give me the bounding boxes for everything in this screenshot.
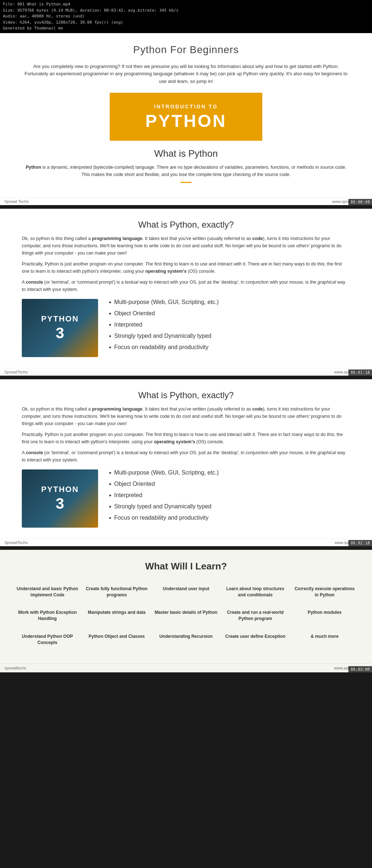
slide3-py-logo: PYTHON	[41, 485, 79, 494]
python-bold: Python	[26, 165, 41, 170]
slide3-image-bg: PYTHON 3	[22, 469, 98, 528]
what-is-python-title: What is Python	[22, 148, 350, 159]
slide3-python-image: PYTHON 3	[22, 469, 98, 528]
slide3-feature-item-4: Strongly typed and Dynamically typed	[109, 503, 219, 511]
slide2-footer-left: SpreadTechs	[4, 370, 28, 374]
learn-item-10: Python modules	[292, 607, 357, 625]
accent-line	[181, 182, 191, 183]
learn-item-15: & much more	[292, 631, 357, 649]
slide3-para1: Ok, so python is this thing called a pro…	[22, 405, 350, 427]
file-info-header: File: 001 What is Python.mp4 Size: 95797…	[0, 0, 372, 33]
banner-intro-text: INTRODUCTION TO	[117, 104, 255, 109]
slide3-para2: Practically, Python is just another prog…	[22, 431, 350, 445]
slide3-feature-list: Multi-purpose (Web, GUI, Scripting, etc.…	[109, 469, 219, 526]
feature-item-2: Object Oriented	[109, 310, 219, 318]
slide1-footer: Spread Techs www.spreadtechs.nl	[0, 197, 372, 205]
learn-title: What Will I Learn?	[15, 561, 357, 572]
slide3-feature-item-3: Interpreted	[109, 492, 219, 500]
learn-item-4: Learn about loop structures and conditio…	[222, 583, 288, 601]
learn-item-13: Understanding Recursion	[153, 631, 219, 649]
slide2-timestamp: 00:01:18	[348, 369, 372, 376]
learn-item-2: Create fully functional Python programs	[84, 583, 150, 601]
slide2-features-container: PYTHON 3 Multi-purpose (Web, GUI, Script…	[22, 299, 350, 357]
slide4-footer: spreadtechs www.spreadtech.nl	[0, 663, 372, 672]
learn-item-6: Work with Python Exception Handling	[15, 607, 80, 625]
learn-row-2: Work with Python Exception Handling Mani…	[15, 607, 357, 625]
slide-4: What Will I Learn? Understand and basic …	[0, 550, 372, 672]
slide3-timestamp: 00:02:18	[348, 540, 372, 546]
slide2-python-image: PYTHON 3	[22, 299, 98, 357]
slide-3: What is Python, exactly? Ok, so python i…	[0, 379, 372, 546]
slide2-footer: SpreadTechs www.spreadtecs.nl	[0, 368, 372, 376]
learn-row-3: Understand Python OOP Concepts Python Ob…	[15, 631, 357, 649]
slide2-title: What is Python, exactly?	[22, 220, 350, 230]
slide2-para3: A console (or 'terminal', or 'command pr…	[22, 279, 350, 293]
file-info-line5: Generated by Thumbnail me	[3, 25, 369, 32]
file-info-line1: File: 001 What is Python.mp4	[3, 1, 369, 8]
file-info-line3: Audio: aac, 48000 Hz, stereo (und)	[3, 13, 369, 20]
file-info-line4: Video: h264, yuv420p, 1280x720, 30.00 fp…	[3, 20, 369, 26]
slide2-py-logo: PYTHON	[41, 314, 79, 324]
slide3-footer: SpreadTechs www.spreadlecs.nl	[0, 539, 372, 546]
slide2-para2: Practically, Python is just another prog…	[22, 260, 350, 275]
slide1-intro: Are you completely new to programming? I…	[22, 63, 350, 85]
feature-item-1: Multi-purpose (Web, GUI, Scripting, etc.…	[109, 299, 219, 307]
learn-item-5: Correctly execute operations in Python	[292, 583, 357, 601]
learn-row-1: Understand and basic Python implement Co…	[15, 583, 357, 601]
slide2-py-num: 3	[56, 324, 64, 342]
slide3-para3: A console (or 'terminal', or 'command pr…	[22, 449, 350, 464]
slide3-py-num: 3	[56, 495, 64, 512]
python-banner: INTRODUCTION TO PYTHON	[110, 93, 262, 141]
slide-2: What is Python, exactly? Ok, so python i…	[0, 209, 372, 376]
feature-item-4: Strongly typed and Dynamically typed	[109, 333, 219, 340]
slide4-footer-left: spreadtechs	[4, 666, 26, 670]
learn-item-1: Understand and basic Python implement Co…	[15, 583, 80, 601]
feature-item-5: Focus on readability and productivity	[109, 344, 219, 352]
slide3-title: What is Python, exactly?	[22, 390, 350, 400]
learn-item-14: Create user define Exception	[222, 631, 288, 649]
slide-1: Python For Beginners Are you completely …	[0, 33, 372, 205]
learn-item-8: Master basic details of Python	[153, 607, 219, 625]
slide2-para1: Ok, so python is this thing called a pro…	[22, 235, 350, 257]
slide3-features-container: PYTHON 3 Multi-purpose (Web, GUI, Script…	[22, 469, 350, 528]
what-is-python-desc: Python is a dynamic, interpreted (byteco…	[22, 164, 350, 178]
file-info-line2: Size: 9579766 bytes (9.14 MiB), duration…	[3, 8, 369, 14]
feature-item-3: Interpreted	[109, 321, 219, 329]
slide1-title: Python For Beginners	[22, 44, 350, 56]
slide3-feature-item-5: Focus on readability and productivity	[109, 515, 219, 522]
learn-item-3: Understand user input	[153, 583, 219, 601]
learn-slide-content: What Will I Learn? Understand and basic …	[0, 550, 372, 663]
slide3-footer-left: SpreadTechs	[4, 540, 28, 545]
learn-item-11: Understand Python OOP Concepts	[15, 631, 80, 649]
learn-item-12: Python Object and Classes	[84, 631, 150, 649]
slide1-footer-left: Spread Techs	[4, 199, 29, 204]
learn-item-9: Create and run a real-world Python progr…	[222, 607, 288, 625]
slide2-image-bg: PYTHON 3	[22, 299, 98, 357]
learn-item-7: Manipulate strings and data	[84, 607, 150, 625]
slide3-feature-item-1: Multi-purpose (Web, GUI, Scripting, etc.…	[109, 469, 219, 477]
banner-python-text: PYTHON	[117, 112, 255, 130]
slide4-timestamp: 00:03:00	[348, 666, 372, 672]
slide1-timestamp: 00:00:49	[348, 199, 372, 205]
slide3-feature-item-2: Object Oriented	[109, 481, 219, 488]
python-desc-text: is a dynamic, interpreted (bytecode-comp…	[41, 165, 346, 177]
slide2-feature-list: Multi-purpose (Web, GUI, Scripting, etc.…	[109, 299, 219, 355]
